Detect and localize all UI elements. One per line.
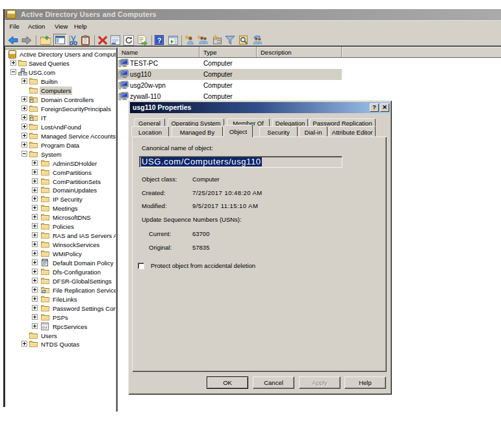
svg-text:?: ?: [157, 36, 162, 44]
